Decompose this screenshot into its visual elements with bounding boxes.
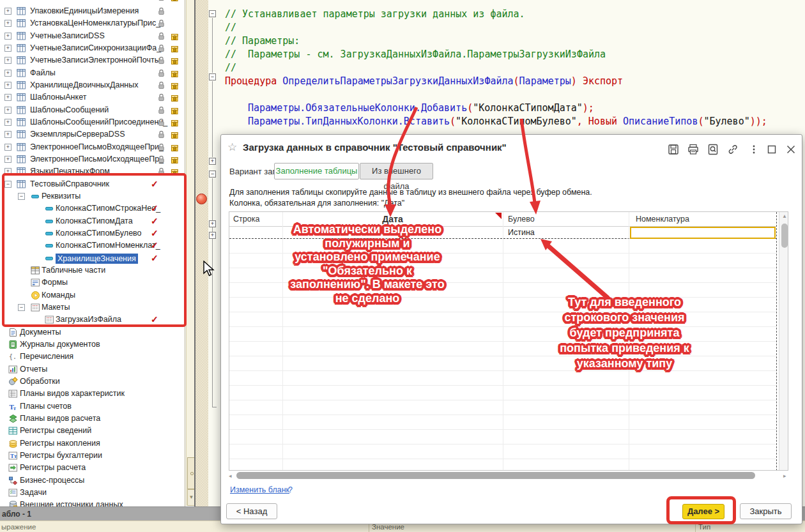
- tree-item-планы счетов[interactable]: ТтПланы счетов: [0, 400, 185, 413]
- column-header-2[interactable]: Дата: [282, 212, 503, 226]
- tree-item-бизнес-процессы[interactable]: Бизнес-процессы: [0, 475, 185, 487]
- favorite-star-icon[interactable]: ☆: [227, 141, 237, 154]
- tab-fill-table[interactable]: Заполнение таблицы: [274, 163, 359, 179]
- scroll-up-icon[interactable]: ▲: [782, 213, 787, 219]
- expand-plus-icon[interactable]: +: [4, 94, 12, 101]
- tree-item-электронноеписьмовходящеепри_[interactable]: +ЭлектронноеПисьмоВходящееПри_: [0, 141, 185, 153]
- expand-plus-icon[interactable]: +: [4, 82, 12, 89]
- tree-row-partial[interactable]: [0, 0, 185, 3]
- tree-item-учетныезаписисинхронизациифа_[interactable]: +УчетныеЗаписиСинхронизацииФа_: [0, 42, 185, 54]
- expand-plus-icon[interactable]: +: [4, 144, 12, 151]
- collapse-minus-icon[interactable]: −: [4, 181, 12, 188]
- tree-item-хранилищезначения[interactable]: ХранилищеЗначения✓: [0, 252, 185, 264]
- tree-item-колонкастипомдата[interactable]: КолонкаСТипомДата✓: [0, 215, 185, 227]
- more-icon[interactable]: [747, 143, 760, 156]
- expand-plus-icon[interactable]: +: [4, 33, 12, 40]
- tree-vertical-scrollbar[interactable]: ▼: [186, 0, 195, 506]
- tree-item-команды[interactable]: Команды: [0, 289, 185, 301]
- fold-expand-icon[interactable]: +: [209, 158, 216, 165]
- column-header-4[interactable]: Номенклатура: [636, 212, 770, 226]
- catalog-icon: [17, 118, 26, 127]
- tree-item-планы видов расчета[interactable]: Планы видов расчета: [0, 413, 185, 425]
- column-header-1[interactable]: Строка: [233, 212, 282, 226]
- expand-plus-icon[interactable]: +: [4, 45, 12, 52]
- tree-item-установкаценноменклатурыприс_[interactable]: +УстановкаЦенНоменклатурыПрис_: [0, 17, 185, 29]
- tree-item-планы видов характеристик[interactable]: Планы видов характеристик: [0, 388, 185, 400]
- expand-plus-icon[interactable]: +: [4, 70, 12, 77]
- expand-plus-icon[interactable]: +: [4, 119, 12, 126]
- tree-item-учетныезаписиэлектроннойпочты[interactable]: +УчетныеЗаписиЭлектроннойПочты: [0, 54, 185, 66]
- fold-collapse-icon[interactable]: −: [209, 10, 216, 17]
- data-table[interactable]: Истина ▲ СтрокаДатаБулевоНоменклатура: [229, 211, 788, 471]
- tree-item-файлы[interactable]: +Файлы: [0, 67, 185, 79]
- selected-cell[interactable]: [630, 227, 776, 239]
- expand-plus-icon[interactable]: +: [4, 131, 12, 138]
- metadata-tree[interactable]: +УпаковкиЕдиницыИзмерения+УстановкаЦенНо…: [0, 0, 185, 506]
- tree-item-макеты[interactable]: −Макеты: [0, 301, 185, 314]
- fold-expand-icon[interactable]: +: [209, 220, 216, 227]
- yellow-lock-icon: [170, 167, 180, 176]
- column-header-3[interactable]: Булево: [508, 212, 623, 226]
- tree-item-загрузкаизфайла[interactable]: ЗагрузкаИзФайла✓: [0, 314, 185, 326]
- tree-item-хранилищедвоичныхданных[interactable]: +ХранилищеДвоичныхДанных: [0, 79, 185, 91]
- table-vertical-scrollbar[interactable]: ▲: [779, 212, 788, 471]
- tree-item-шаблоныанкет[interactable]: +ШаблоныАнкет: [0, 91, 185, 103]
- scroll-left-icon[interactable]: ◂: [229, 473, 232, 479]
- expand-plus-icon[interactable]: +: [4, 168, 12, 175]
- link-icon[interactable]: [726, 143, 739, 156]
- print-icon[interactable]: [687, 143, 700, 156]
- close-button[interactable]: Закрыть: [740, 503, 792, 519]
- tree-item-учетныезаписиdss[interactable]: +УчетныеЗаписиDSS: [0, 30, 185, 42]
- breakpoint-icon[interactable]: [196, 194, 207, 204]
- tree-item-шаблонысообщений[interactable]: +ШаблоныСообщений: [0, 104, 185, 116]
- tree-item-языкипечатныхформ[interactable]: +ЯзыкиПечатныхФорм: [0, 165, 185, 178]
- back-button[interactable]: < Назад: [226, 503, 277, 519]
- expand-plus-icon[interactable]: +: [4, 107, 12, 114]
- expand-plus-icon[interactable]: +: [4, 8, 12, 15]
- tree-item-шаблонысообщенийприсоединенн_[interactable]: +ШаблоныСообщенийПрисоединенн_: [0, 116, 185, 128]
- next-button[interactable]: Далее >: [682, 504, 724, 519]
- tree-item-регистры накопления[interactable]: Регистры накопления: [0, 437, 185, 450]
- expand-plus-icon[interactable]: +: [4, 156, 12, 163]
- tree-item-внешние источники данных[interactable]: Внешние источники данных: [0, 499, 185, 506]
- collapse-minus-icon[interactable]: −: [18, 193, 25, 200]
- breakpoint-margin[interactable]: [195, 0, 208, 506]
- fold-collapse-icon[interactable]: −: [209, 171, 216, 178]
- tree-item-отчеты[interactable]: Отчеты: [0, 363, 185, 376]
- tree-item-реквизиты[interactable]: −Реквизиты: [0, 190, 185, 202]
- tree-item-колонкастипомноменклат_[interactable]: КолонкаСТипомНоменклат_✓: [0, 239, 185, 252]
- tree-item-регистры расчета[interactable]: Регистры расчета: [0, 462, 185, 474]
- close-icon[interactable]: [785, 143, 797, 156]
- tree-item-тестовыйсправочник[interactable]: −ТестовыйСправочник✓: [0, 178, 185, 190]
- tree-item-формы[interactable]: Формы: [0, 277, 185, 289]
- table-horizontal-scrollbar[interactable]: ◂ ▸: [229, 471, 788, 480]
- help-link[interactable]: ?: [288, 485, 293, 494]
- tree-item-регистры сведений[interactable]: Регистры сведений: [0, 425, 185, 437]
- tree-item-экземплярысервераdss[interactable]: +ЭкземплярыСервераDSS: [0, 128, 185, 141]
- preview-icon[interactable]: [707, 143, 719, 156]
- collapse-minus-icon[interactable]: −: [18, 304, 25, 311]
- scrollbar-thumb[interactable]: [781, 224, 788, 248]
- tree-item-обработки[interactable]: Обработки: [0, 376, 185, 388]
- save-icon[interactable]: [667, 143, 680, 156]
- tree-item-документы[interactable]: Документы: [0, 326, 185, 338]
- scroll-right-icon[interactable]: ▸: [783, 473, 786, 479]
- tree-item-перечисления[interactable]: {..}Перечисления: [0, 351, 185, 363]
- tree-item-задачи[interactable]: Задачи: [0, 487, 185, 499]
- tree-item-электронноеписьмоисходящеепр_[interactable]: +ЭлектронноеПисьмоИсходящееПр_: [0, 153, 185, 165]
- scrollbar-thumb[interactable]: [236, 472, 755, 479]
- expand-plus-icon[interactable]: +: [4, 20, 12, 27]
- tree-item-колонкастипомбулево[interactable]: КолонкаСТипомБулево✓: [0, 227, 185, 239]
- tree-item-колонкастипомстроканео_[interactable]: КолонкаСТипомСтрокаНео_✓: [0, 202, 185, 215]
- modified-check-icon: ✓: [151, 228, 158, 238]
- fold-expand-icon[interactable]: +: [209, 232, 216, 239]
- tree-item-табличные части[interactable]: Табличные части: [0, 264, 185, 277]
- expand-plus-icon[interactable]: +: [4, 57, 12, 64]
- tree-item-регистры бухгалтерии[interactable]: ТтРегистры бухгалтерии: [0, 450, 185, 462]
- tab-external-file[interactable]: Из внешнего файла: [360, 163, 433, 179]
- fold-collapse-icon[interactable]: −: [209, 73, 216, 80]
- edit-form-link[interactable]: Изменить бланк: [230, 485, 289, 494]
- tree-item-журналы документов[interactable]: Журналы документов: [0, 338, 185, 351]
- tree-item-упаковкиединицыизмерения[interactable]: +УпаковкиЕдиницыИзмерения: [0, 5, 185, 17]
- maximize-icon[interactable]: [765, 143, 778, 156]
